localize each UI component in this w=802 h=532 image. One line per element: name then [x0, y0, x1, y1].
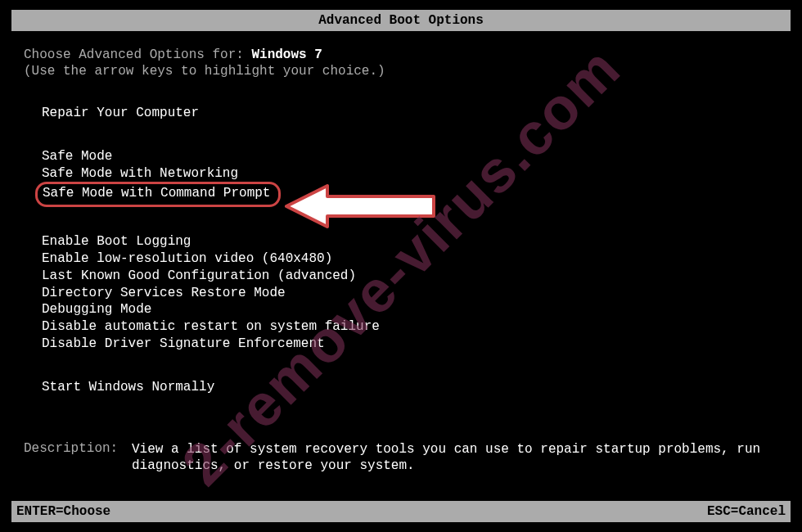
title-bar: Advanced Boot Options: [11, 10, 791, 31]
intro-hint: (Use the arrow keys to highlight your ch…: [24, 64, 791, 79]
page-title: Advanced Boot Options: [318, 13, 484, 28]
footer-esc: ESC=Cancel: [707, 504, 786, 519]
footer-bar: ENTER=Choose ESC=Cancel: [11, 501, 791, 522]
intro-line: Choose Advanced Options for: Windows 7: [24, 47, 791, 62]
description-block: Description: View a list of system recov…: [24, 441, 791, 476]
section-repair: Repair Your Computer: [24, 105, 791, 122]
option-safe-mode[interactable]: Safe Mode: [42, 148, 791, 165]
description-text: View a list of system recovery tools you…: [132, 441, 791, 476]
option-repair[interactable]: Repair Your Computer: [42, 105, 791, 122]
option-boot-logging[interactable]: Enable Boot Logging: [42, 233, 791, 250]
section-safe: Safe Mode Safe Mode with Networking Safe…: [24, 148, 791, 207]
option-debugging[interactable]: Debugging Mode: [42, 301, 791, 318]
option-safe-mode-networking[interactable]: Safe Mode with Networking: [42, 165, 791, 183]
option-low-res[interactable]: Enable low-resolution video (640x480): [42, 250, 791, 268]
option-ds-restore[interactable]: Directory Services Restore Mode: [42, 285, 791, 302]
option-disable-auto-restart[interactable]: Disable automatic restart on system fail…: [42, 318, 791, 336]
footer-enter: ENTER=Choose: [16, 504, 110, 519]
intro-prefix: Choose Advanced Options for:: [24, 47, 251, 62]
option-start-normally[interactable]: Start Windows Normally: [42, 379, 791, 396]
intro-os: Windows 7: [251, 47, 322, 62]
option-safe-mode-cmd-wrapper: Safe Mode with Command Prompt: [42, 182, 791, 207]
section-advanced: Enable Boot Logging Enable low-resolutio…: [24, 233, 791, 353]
content-area: Choose Advanced Options for: Windows 7 (…: [11, 31, 791, 475]
option-last-known-good[interactable]: Last Known Good Configuration (advanced): [42, 268, 791, 285]
option-safe-mode-cmd[interactable]: Safe Mode with Command Prompt: [35, 182, 281, 207]
option-disable-driver-sig[interactable]: Disable Driver Signature Enforcement: [42, 336, 791, 353]
description-label: Description:: [24, 441, 132, 476]
section-normal: Start Windows Normally: [24, 379, 791, 396]
